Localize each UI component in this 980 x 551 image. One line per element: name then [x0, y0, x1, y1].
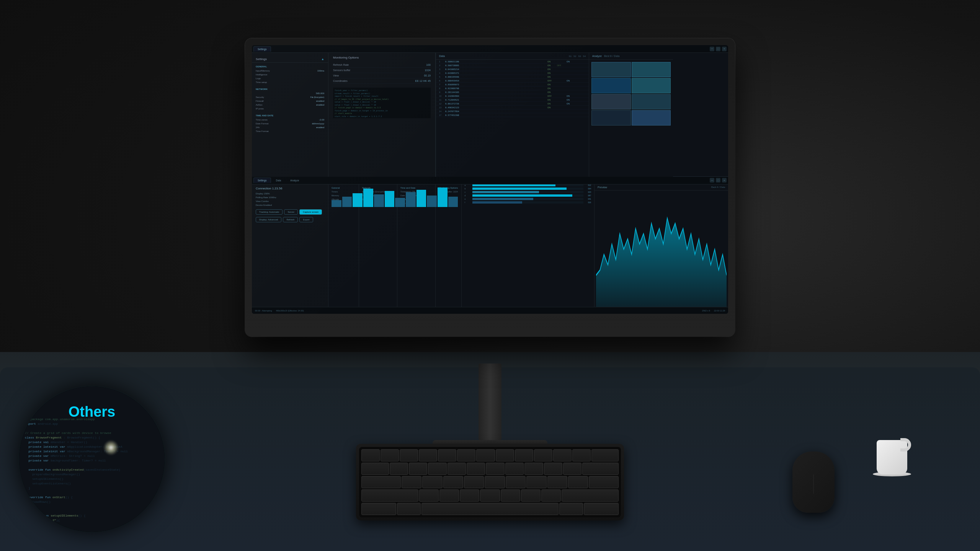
preview-panel: Preview Back 6 / Data — [594, 184, 728, 314]
key[interactable] — [568, 476, 588, 488]
monitoring-sensors-buffer: Sensors buffer 1024 — [333, 68, 431, 73]
table-row: 80.923989798ON — [436, 86, 589, 90]
maximize-btn-lower[interactable]: □ — [716, 178, 720, 183]
key-ctrl-right[interactable] — [584, 503, 619, 515]
key-backspace[interactable] — [591, 449, 619, 461]
key[interactable] — [534, 449, 552, 461]
connection-panel: Connection 1.23.56 Display 150% Polling … — [252, 184, 328, 314]
chart-bar — [374, 194, 384, 207]
settings-firewall: Firewall enabled — [256, 99, 324, 103]
key[interactable] — [409, 463, 427, 475]
chart-bar — [353, 193, 363, 207]
display-button[interactable]: Display: Advanced — [256, 217, 281, 222]
code-snippet: finish_year = filter_params() stream_res… — [333, 88, 431, 118]
quality-bar-row: c 023 — [465, 191, 591, 193]
analyze-cell — [591, 110, 631, 126]
close-btn-lower[interactable]: × — [722, 178, 727, 183]
key[interactable] — [390, 463, 408, 475]
key[interactable] — [515, 449, 533, 461]
export-button[interactable]: Export — [299, 217, 313, 222]
key[interactable] — [439, 489, 459, 502]
preview-title: Preview — [598, 186, 607, 189]
key[interactable] — [422, 476, 442, 488]
key-shift-right[interactable] — [562, 489, 619, 502]
key-tab[interactable] — [361, 463, 389, 475]
key[interactable] — [486, 463, 504, 475]
key[interactable] — [524, 463, 543, 475]
key[interactable] — [544, 463, 562, 475]
key-ctrl[interactable] — [361, 503, 396, 515]
tab-icons-lower: ─ □ × — [710, 178, 727, 183]
quality-section: Quality 12.56.91 a 012 b 054 — [462, 177, 595, 307]
tracking-button[interactable]: Tracking: Automatic — [256, 209, 283, 215]
key[interactable] — [521, 489, 541, 502]
key[interactable] — [506, 476, 526, 488]
settings-security: Security File (Encryption) — [256, 95, 324, 99]
key-enter2[interactable] — [589, 476, 619, 488]
key[interactable] — [438, 449, 456, 461]
key[interactable] — [448, 463, 466, 475]
tab-bar-lower: Settings Data Analyze ─ □ × — [252, 177, 728, 184]
key[interactable] — [443, 476, 463, 488]
key[interactable] — [381, 449, 399, 461]
preview-back: Back 6 / Data — [711, 186, 725, 188]
key[interactable] — [467, 463, 485, 475]
status-item-2: 480x360x15 (Effective: 24.93) — [276, 310, 304, 312]
key[interactable] — [496, 449, 514, 461]
minimize-btn[interactable]: ─ — [710, 47, 714, 51]
key-row-5 — [361, 503, 619, 515]
waveform-area — [596, 218, 727, 314]
quality-bar-row: f 016 — [465, 201, 591, 204]
maximize-btn[interactable]: □ — [716, 47, 720, 51]
key-alt[interactable] — [397, 503, 420, 515]
key[interactable] — [485, 476, 505, 488]
key[interactable] — [572, 449, 591, 461]
table-row: 20.560738805ONOFF — [436, 64, 589, 67]
key-shift-left[interactable] — [361, 489, 418, 502]
key-caps[interactable] — [361, 476, 401, 488]
minimize-btn-lower[interactable]: ─ — [710, 178, 714, 183]
key[interactable] — [501, 489, 520, 502]
tab-settings-lower[interactable]: Settings — [253, 178, 271, 183]
key[interactable] — [457, 449, 475, 461]
key[interactable] — [526, 476, 546, 488]
capture-screen-button[interactable]: Capture screen — [299, 209, 322, 215]
tab-analyze-lower[interactable]: Analyze — [286, 178, 303, 183]
key[interactable] — [419, 489, 439, 502]
tab-data-lower[interactable]: Data — [272, 178, 286, 183]
conn-view: View Combo — [256, 199, 324, 203]
settings-header: Settings ▲ — [252, 56, 328, 63]
key[interactable] — [541, 489, 561, 502]
data-header: Data S1 S2 S3 S4 — [436, 53, 589, 60]
key[interactable] — [361, 449, 380, 461]
key[interactable] — [547, 476, 567, 488]
mouse[interactable] — [792, 452, 835, 513]
server-button[interactable]: Server — [284, 209, 298, 215]
key[interactable] — [553, 449, 572, 461]
key[interactable] — [464, 476, 484, 488]
key-enter[interactable] — [582, 463, 619, 475]
key[interactable] — [460, 489, 479, 502]
tab-settings[interactable]: Settings — [253, 46, 271, 52]
close-btn[interactable]: × — [722, 47, 727, 51]
table-row: 110.712849521ONON — [436, 98, 589, 102]
settings-24h: 24h enabled — [256, 126, 324, 129]
key-alt-right[interactable] — [559, 503, 583, 515]
table-row: 100.142004904OFFON — [436, 94, 589, 98]
key[interactable] — [400, 449, 418, 461]
analyze-cell — [632, 62, 671, 77]
key[interactable] — [505, 463, 524, 475]
key[interactable] — [563, 463, 581, 475]
key[interactable] — [419, 449, 437, 461]
table-row: 50.000195946ON — [436, 75, 589, 79]
table-row: 140.247077954 — [436, 109, 589, 113]
app-lower-panel: Settings Data Analyze ─ □ × Connec — [252, 177, 728, 314]
data-header-cols: S1 S2 S3 S4 — [569, 55, 586, 57]
key[interactable] — [476, 449, 495, 461]
refresh-button[interactable]: Refresh — [283, 217, 298, 222]
key[interactable] — [480, 489, 500, 502]
key[interactable] — [428, 463, 446, 475]
settings-time-format: Time Format — [256, 129, 324, 133]
key[interactable] — [402, 476, 421, 488]
key-space[interactable] — [421, 503, 559, 515]
